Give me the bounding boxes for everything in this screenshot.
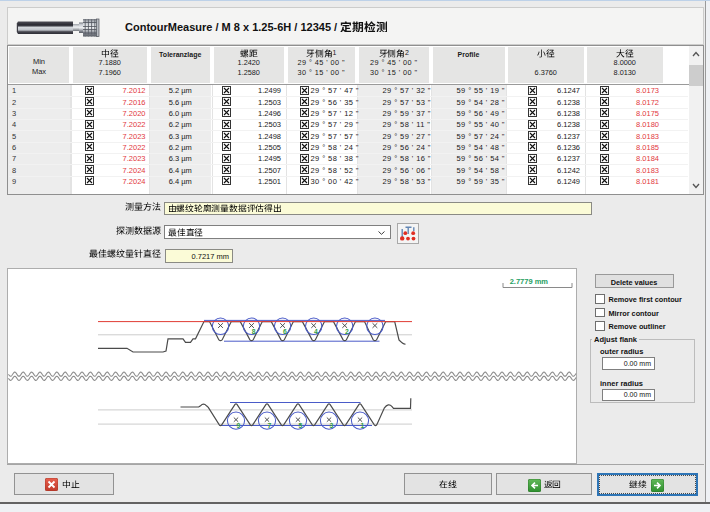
svg-text:5: 5 (299, 422, 303, 429)
svg-text:1: 1 (361, 422, 365, 429)
svg-text:4: 4 (314, 328, 318, 335)
svg-text:2.7779 mm: 2.7779 mm (510, 277, 549, 286)
svg-text:3: 3 (330, 422, 334, 429)
svg-text:8: 8 (252, 328, 256, 335)
svg-text:7: 7 (268, 422, 272, 429)
svg-text:6: 6 (283, 328, 287, 335)
svg-text:9: 9 (237, 422, 241, 429)
svg-text:2: 2 (345, 328, 349, 335)
